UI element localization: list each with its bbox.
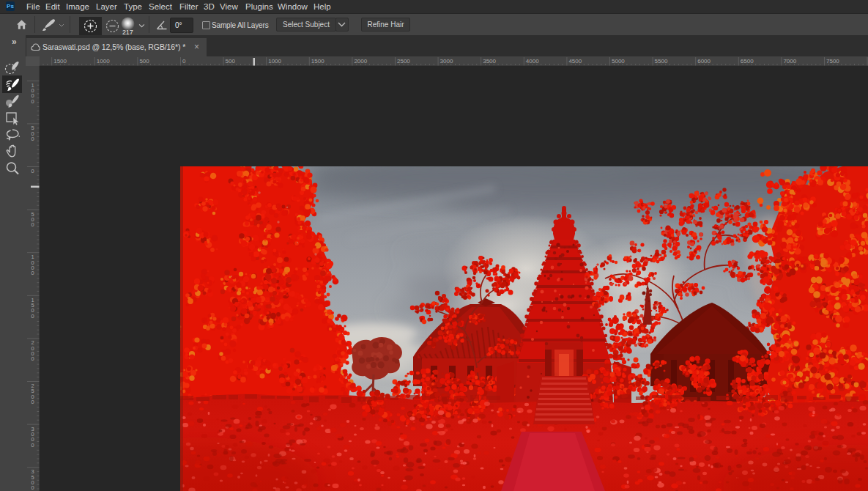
svg-text:2500: 2500 [397, 58, 410, 64]
svg-text:3000: 3000 [440, 58, 453, 64]
svg-text:0: 0 [31, 221, 34, 228]
svg-text:0: 0 [31, 270, 34, 276]
svg-text:6000: 6000 [697, 58, 711, 64]
svg-text:0: 0 [31, 98, 34, 105]
svg-text:0: 0 [31, 399, 34, 405]
svg-text:7500: 7500 [826, 58, 839, 64]
svg-text:7000: 7000 [783, 58, 796, 64]
svg-text:0: 0 [182, 58, 186, 64]
svg-text:500: 500 [226, 58, 236, 64]
svg-text:0: 0 [31, 313, 34, 320]
svg-text:0: 0 [31, 136, 34, 142]
svg-text:1000: 1000 [97, 58, 110, 64]
svg-text:0: 0 [31, 484, 34, 491]
svg-text:1500: 1500 [311, 58, 324, 64]
svg-text:500: 500 [139, 58, 149, 64]
svg-text:1500: 1500 [53, 58, 67, 64]
svg-text:5000: 5000 [612, 58, 625, 64]
svg-text:2000: 2000 [354, 58, 367, 64]
svg-text:0: 0 [31, 442, 34, 448]
svg-text:1000: 1000 [268, 58, 281, 64]
svg-text:5500: 5500 [655, 58, 668, 64]
svg-text:0: 0 [31, 355, 34, 362]
svg-text:4500: 4500 [568, 58, 582, 64]
svg-text:3500: 3500 [483, 58, 496, 64]
svg-text:4000: 4000 [526, 58, 539, 64]
svg-text:6500: 6500 [741, 58, 754, 64]
svg-text:0: 0 [31, 168, 34, 174]
